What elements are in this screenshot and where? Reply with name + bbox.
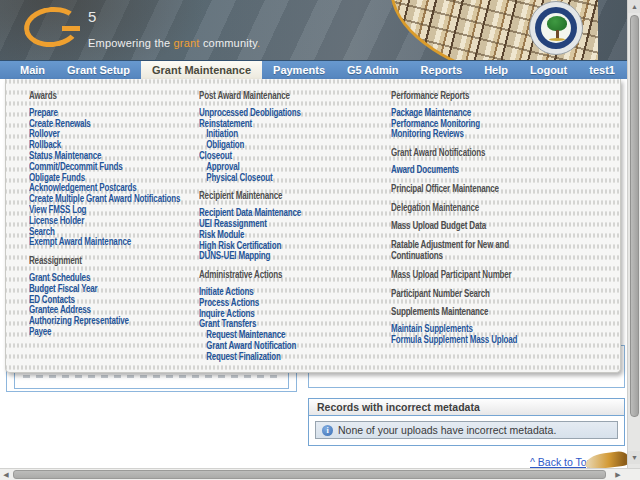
nav-item-help[interactable]: Help — [473, 61, 519, 79]
menu-item-approval[interactable]: Approval — [199, 162, 399, 173]
info-icon: i — [322, 425, 333, 436]
g5-logo-superscript: 5 — [88, 8, 96, 25]
info-message-box: i None of your uploads have incorrect me… — [315, 421, 618, 439]
department-of-education-seal-icon — [529, 1, 583, 55]
menu-section-post-award-maintenance: Post Award Maintenance — [199, 91, 399, 102]
records-panel-title: Records with incorrect metadata — [309, 399, 624, 416]
main-navigation-bar: MainGrant SetupGrant MaintenancePayments… — [0, 60, 640, 79]
scroll-right-arrow-icon[interactable]: ▶ — [612, 469, 624, 480]
info-message: None of your uploads have incorrect meta… — [338, 424, 556, 436]
g5-application-window: 5 Empowering the grant community. MainGr… — [0, 0, 640, 480]
vertical-scrollbar-thumb[interactable] — [630, 15, 639, 417]
menu-section-mass-upload-participant-number: Mass Upload Participant Number — [391, 270, 615, 281]
menu-section-performance-reports: Performance Reports — [391, 91, 615, 102]
nav-item-g5-admin[interactable]: G5 Admin — [336, 61, 410, 79]
menu-item-process-actions[interactable]: Process Actions — [199, 298, 399, 309]
grant-maintenance-dropdown-menu: AwardsPrepareCreate RenewalsRolloverRoll… — [5, 79, 621, 373]
menu-column-post-award: Post Award MaintenanceUnprocessed Deobli… — [199, 91, 399, 363]
menu-section-grant-award-notifications: Grant Award Notifications — [391, 148, 615, 159]
tagline-accent: grant — [174, 37, 200, 49]
nav-item-reports[interactable]: Reports — [410, 61, 474, 79]
nav-item-payments[interactable]: Payments — [262, 61, 336, 79]
menu-item-monitoring-reviews[interactable]: Monitoring Reviews — [391, 129, 615, 140]
nav-item-test1[interactable]: test1 — [578, 61, 626, 79]
tagline: Empowering the grant community. — [88, 37, 260, 49]
nav-item-grant-maintenance[interactable]: Grant Maintenance — [141, 61, 262, 79]
menu-section-supplements-maintenance: Supplements Maintenance — [391, 307, 615, 318]
menu-item-physical-closeout[interactable]: Physical Closeout — [199, 173, 399, 184]
scroll-up-arrow-icon[interactable]: ▲ — [628, 0, 640, 13]
menu-section-delegation-maintenance: Delegation Maintenance — [391, 203, 615, 214]
g5-logo-icon — [62, 26, 80, 31]
records-incorrect-metadata-panel: Records with incorrect metadata i None o… — [308, 398, 625, 446]
menu-section-participant-number-search: Participant Number Search — [391, 289, 615, 300]
scroll-down-arrow-icon[interactable]: ▼ — [628, 451, 640, 464]
nav-item-main[interactable]: Main — [9, 61, 56, 79]
scroll-left-arrow-icon[interactable]: ◀ — [0, 469, 12, 480]
menu-section-ratable-adjustment-for-new-and-continuations: Ratable Adjustment for New and Continuat… — [391, 240, 551, 262]
menu-item-package-maintenance[interactable]: Package Maintenance — [391, 108, 615, 119]
menu-item-duns-uei-mapping[interactable]: DUNS-UEI Mapping — [199, 251, 399, 262]
vertical-scrollbar[interactable]: ▲ ▼ — [627, 0, 640, 468]
horizontal-scrollbar-thumb[interactable] — [13, 470, 606, 479]
obscured-text-row — [23, 375, 280, 378]
header-banner: 5 Empowering the grant community. — [0, 0, 640, 60]
nav-item-grant-setup[interactable]: Grant Setup — [56, 61, 141, 79]
tagline-suffix: community — [200, 37, 257, 49]
menu-item-request-finalization[interactable]: Request Finalization — [199, 352, 399, 363]
menu-item-unprocessed-deobligations[interactable]: Unprocessed Deobligations — [199, 108, 399, 119]
menu-section-principal-officer-maintenance: Principal Officer Maintenance — [391, 184, 615, 195]
menu-section-administrative-actions: Administrative Actions — [199, 270, 399, 281]
menu-section-recipient-maintenance: Recipient Maintenance — [199, 191, 399, 202]
tagline-prefix: Empowering the — [88, 37, 174, 49]
horizontal-scrollbar[interactable]: ◀ ▶ — [0, 468, 640, 480]
nav-item-logout[interactable]: Logout — [519, 61, 578, 79]
menu-section-mass-upload-budget-data: Mass Upload Budget Data — [391, 221, 615, 232]
menu-item-award-documents[interactable]: Award Documents — [391, 165, 615, 176]
back-to-top-link[interactable]: ^ Back to Top — [530, 456, 593, 468]
tagline-period: . — [257, 37, 260, 49]
menu-item-formula-supplement-mass-upload[interactable]: Formula Supplement Mass Upload — [391, 335, 615, 346]
menu-column-performance: Performance ReportsPackage MaintenancePe… — [391, 91, 615, 346]
menu-item-risk-module[interactable]: Risk Module — [199, 230, 399, 241]
